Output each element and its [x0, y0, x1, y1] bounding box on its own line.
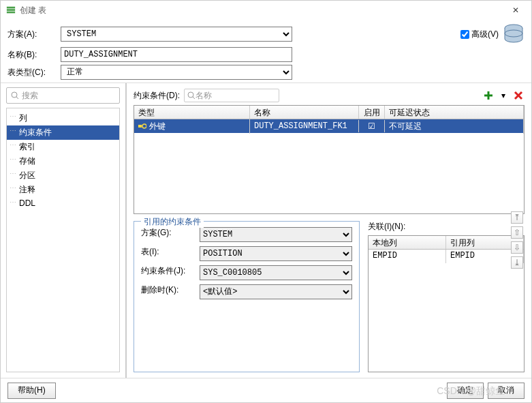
- ref-constraint-select[interactable]: SYS_C0010805: [200, 265, 352, 280]
- svg-point-7: [188, 92, 193, 98]
- add-constraint-button[interactable]: [482, 89, 495, 102]
- search-icon: [11, 91, 19, 100]
- svg-line-8: [193, 97, 195, 99]
- col-type[interactable]: 类型: [134, 106, 250, 119]
- ok-button[interactable]: 确定: [447, 383, 484, 399]
- delete-constraint-button[interactable]: [512, 89, 525, 102]
- assoc-grid: 本地列 引用列 EMPIDEMPID: [368, 235, 525, 372]
- association-box: 关联(I)(N): 本地列 引用列 EMPIDEMPID: [368, 221, 525, 372]
- ondelete-select[interactable]: <默认值>: [200, 284, 352, 299]
- schema-label: 方案(A):: [7, 29, 57, 40]
- svg-rect-2: [7, 12, 15, 14]
- svg-rect-13: [138, 125, 142, 128]
- footer: 帮助(H) 确定 取消 CSDN @甜鲸鱼: [1, 378, 531, 402]
- tree-item-注释[interactable]: 注释: [7, 183, 119, 197]
- constraints-label: 约束条件(D):: [134, 90, 180, 102]
- constraint-row[interactable]: 外键DUTY_ASSIGNMENT_FK1☑不可延迟: [134, 119, 524, 133]
- ref-legend: 引用的约束条件: [141, 216, 204, 228]
- database-icon: [503, 24, 525, 44]
- svg-line-6: [16, 97, 18, 99]
- name-label: 名称(B):: [7, 49, 57, 61]
- move-bottom-button[interactable]: ⤓: [511, 256, 523, 269]
- tree-item-分区[interactable]: 分区: [7, 168, 119, 183]
- constraints-grid: 类型 名称 启用 可延迟状态 外键DUTY_ASSIGNMENT_FK1☑不可延…: [134, 105, 525, 214]
- cancel-button[interactable]: 取消: [488, 383, 525, 399]
- close-icon[interactable]: ✕: [505, 5, 526, 15]
- svg-point-14: [142, 124, 146, 128]
- ref-schema-select[interactable]: SYSTEM: [200, 227, 352, 242]
- tree-search[interactable]: 搜索: [6, 87, 120, 104]
- dropdown-icon[interactable]: ▾: [497, 89, 510, 102]
- app-icon: [6, 5, 16, 15]
- svg-point-5: [12, 92, 17, 98]
- assoc-col-local[interactable]: 本地列: [369, 236, 446, 249]
- tree-item-索引[interactable]: 索引: [7, 140, 119, 154]
- tabletype-select[interactable]: 正常: [61, 65, 292, 80]
- window-title: 创建 表: [20, 5, 505, 16]
- referenced-constraint-box: 引用的约束条件 方案(G): SYSTEM 表(I): POSITION 约束条…: [134, 221, 360, 372]
- schema-select[interactable]: SYSTEM: [61, 27, 292, 42]
- col-enabled[interactable]: 启用: [359, 106, 385, 119]
- header-form: 方案(A): SYSTEM 高级(V) 名称(B): 表类型(C): 正常: [1, 20, 531, 83]
- move-top-button[interactable]: ⤒: [511, 211, 523, 224]
- tree-item-存储[interactable]: 存储: [7, 154, 119, 168]
- svg-rect-0: [7, 7, 15, 9]
- ref-table-select[interactable]: POSITION: [200, 246, 352, 261]
- tree-item-约束条件[interactable]: 约束条件: [7, 125, 119, 140]
- category-tree: 列约束条件索引存储分区注释DDL: [6, 108, 120, 372]
- col-name[interactable]: 名称: [250, 106, 359, 119]
- left-panel: 搜索 列约束条件索引存储分区注释DDL: [1, 83, 127, 378]
- assoc-title: 关联(I)(N):: [368, 221, 525, 233]
- tree-item-列[interactable]: 列: [7, 111, 119, 125]
- titlebar: 创建 表 ✕: [1, 1, 531, 20]
- svg-rect-1: [7, 9, 15, 11]
- ref-schema-label: 方案(G):: [141, 227, 195, 242]
- search-icon: [187, 91, 195, 100]
- move-down-button[interactable]: ⇩: [511, 241, 523, 254]
- constraint-search[interactable]: 名称: [184, 89, 279, 102]
- ondelete-label: 删除时(K):: [141, 284, 195, 299]
- tree-item-DDL[interactable]: DDL: [7, 197, 119, 209]
- move-up-button[interactable]: ⇧: [511, 226, 523, 239]
- advanced-label: 高级(V): [471, 29, 499, 40]
- ref-table-label: 表(I):: [141, 246, 195, 261]
- name-input[interactable]: [61, 47, 292, 62]
- tabletype-label: 表类型(C):: [7, 67, 57, 78]
- advanced-checkbox[interactable]: [460, 30, 469, 39]
- assoc-row[interactable]: EMPIDEMPID: [369, 250, 524, 263]
- help-button[interactable]: 帮助(H): [7, 383, 56, 399]
- col-defer[interactable]: 可延迟状态: [385, 106, 524, 119]
- right-panel: 约束条件(D): 名称 ▾ 类型 名称 启用 可延迟状态 外键DUTY_ASSI…: [127, 83, 531, 378]
- ref-constraint-label: 约束条件(J):: [141, 265, 195, 280]
